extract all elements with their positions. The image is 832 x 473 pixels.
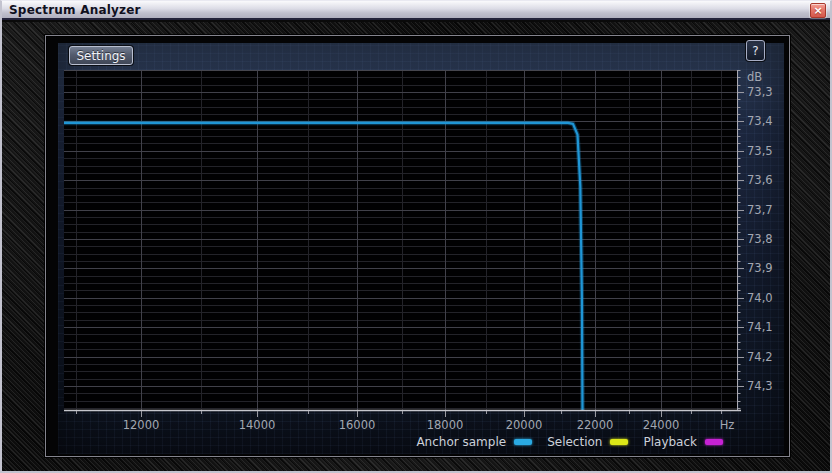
svg-text:74,3: 74,3 bbox=[747, 379, 773, 393]
help-button[interactable]: ? bbox=[746, 40, 765, 61]
legend-item-selection: Selection bbox=[547, 435, 628, 449]
svg-text:73,5: 73,5 bbox=[747, 144, 773, 158]
svg-text:12000: 12000 bbox=[123, 418, 160, 432]
analyzer-panel: 73,373,473,573,673,773,873,974,074,174,2… bbox=[45, 35, 790, 457]
svg-text:22000: 22000 bbox=[577, 418, 614, 432]
settings-button[interactable]: Settings bbox=[69, 46, 133, 65]
x-axis-unit-label: Hz bbox=[720, 418, 735, 432]
spectrum-analyzer-window: Spectrum Analyzer × 73,373,473,573,673,7… bbox=[0, 0, 832, 473]
close-button[interactable]: × bbox=[810, 3, 826, 18]
svg-text:74,1: 74,1 bbox=[747, 320, 773, 334]
legend-swatch-selection bbox=[610, 439, 628, 445]
legend-item-anchor-sample: Anchor sample bbox=[416, 435, 532, 449]
legend-label-playback: Playback bbox=[643, 435, 697, 449]
legend-swatch-anchor-sample bbox=[514, 439, 532, 445]
legend: Anchor sample Selection Playback bbox=[416, 434, 723, 449]
analyzer-content: 73,373,473,573,673,773,873,974,074,174,2… bbox=[58, 43, 784, 454]
svg-text:73,7: 73,7 bbox=[747, 203, 773, 217]
svg-text:74,2: 74,2 bbox=[747, 350, 773, 364]
legend-item-playback: Playback bbox=[643, 435, 723, 449]
svg-text:73,4: 73,4 bbox=[747, 114, 773, 128]
svg-text:73,6: 73,6 bbox=[747, 173, 773, 187]
client-area: 73,373,473,573,673,773,873,974,074,174,2… bbox=[2, 22, 830, 471]
close-icon: × bbox=[813, 5, 822, 16]
svg-text:73,8: 73,8 bbox=[747, 232, 773, 246]
legend-swatch-playback bbox=[705, 439, 723, 445]
spectrum-plot: 73,373,473,573,673,773,873,974,074,174,2… bbox=[58, 43, 784, 454]
legend-label-anchor-sample: Anchor sample bbox=[416, 435, 506, 449]
svg-text:73,3: 73,3 bbox=[747, 85, 773, 99]
svg-text:73,9: 73,9 bbox=[747, 261, 773, 275]
titlebar[interactable]: Spectrum Analyzer × bbox=[2, 1, 830, 20]
svg-text:74,0: 74,0 bbox=[747, 291, 773, 305]
legend-label-selection: Selection bbox=[547, 435, 602, 449]
window-title: Spectrum Analyzer bbox=[9, 3, 141, 17]
svg-text:24000: 24000 bbox=[643, 418, 680, 432]
svg-text:16000: 16000 bbox=[339, 418, 376, 432]
y-axis-unit-label: dB bbox=[747, 70, 762, 84]
svg-text:14000: 14000 bbox=[239, 418, 276, 432]
svg-text:18000: 18000 bbox=[427, 418, 464, 432]
svg-text:20000: 20000 bbox=[506, 418, 543, 432]
